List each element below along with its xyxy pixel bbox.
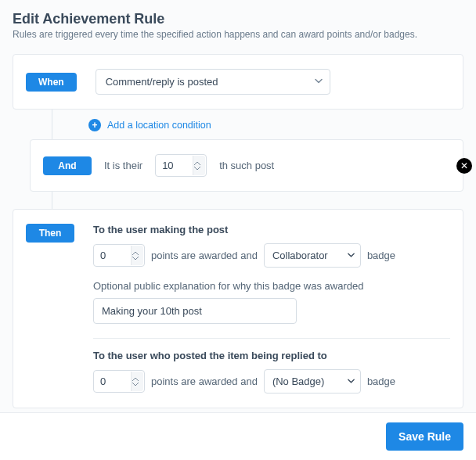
replied-badge-select[interactable]: (No Badge) — [264, 369, 361, 394]
action-select[interactable]: Comment/reply is posted — [96, 69, 330, 95]
then-card: Then To the user making the post 0 point… — [13, 209, 463, 408]
rule-builder: When Comment/reply is posted + Add a loc… — [0, 48, 476, 408]
maker-awards-row: 0 points are awarded and Collaborator ba… — [93, 243, 450, 268]
stepper-icon[interactable] — [193, 156, 205, 175]
and-prefix: It is their — [104, 160, 142, 171]
page-subtitle: Rules are triggered every time the speci… — [13, 29, 463, 40]
add-condition-link: Add a location condition — [107, 120, 211, 131]
maker-points-suffix: points are awarded and — [151, 250, 258, 261]
and-suffix: th such post — [219, 160, 274, 171]
save-rule-button[interactable]: Save Rule — [386, 422, 463, 451]
action-select-value: Comment/reply is posted — [106, 76, 218, 88]
when-card: When Comment/reply is posted — [13, 54, 463, 110]
maker-points-input[interactable]: 0 — [93, 244, 145, 267]
remove-condition-button[interactable]: ✕ — [456, 158, 472, 174]
maker-heading: To the user making the post — [93, 224, 450, 235]
explanation-input[interactable]: Making your 10th post — [93, 298, 297, 324]
maker-badge-suffix: badge — [367, 250, 395, 261]
stepper-icon[interactable] — [131, 372, 143, 391]
connector: + Add a location condition — [52, 110, 463, 139]
replied-awards-row: 0 points are awarded and (No Badge) badg… — [93, 369, 450, 394]
when-pill: When — [26, 73, 77, 92]
maker-badge-select[interactable]: Collaborator — [264, 243, 361, 268]
and-pill: And — [43, 156, 92, 175]
divider — [93, 338, 450, 339]
chevron-down-icon — [314, 76, 323, 88]
occurrence-count-input[interactable]: 10 — [155, 154, 207, 177]
stepper-icon[interactable] — [131, 246, 143, 265]
replied-heading: To the user who posted the item being re… — [93, 350, 450, 361]
footer: Save Rule — [0, 412, 476, 460]
then-pill: Then — [26, 224, 74, 243]
explanation-label: Optional public explanation for why this… — [93, 280, 450, 292]
replied-badge-suffix: badge — [367, 376, 395, 387]
chevron-down-icon — [347, 376, 355, 387]
replied-points-input[interactable]: 0 — [93, 370, 145, 393]
close-icon: ✕ — [460, 160, 468, 171]
chevron-down-icon — [347, 250, 355, 261]
page-header: Edit Achievement Rule Rules are triggere… — [0, 0, 476, 48]
add-condition-row[interactable]: + Add a location condition — [52, 110, 463, 139]
replied-points-suffix: points are awarded and — [151, 376, 258, 387]
plus-circle-icon: + — [88, 119, 101, 131]
page-title: Edit Achievement Rule — [13, 11, 463, 27]
and-card: And It is their 10 th such post ✕ — [30, 139, 463, 192]
connector — [52, 192, 463, 209]
